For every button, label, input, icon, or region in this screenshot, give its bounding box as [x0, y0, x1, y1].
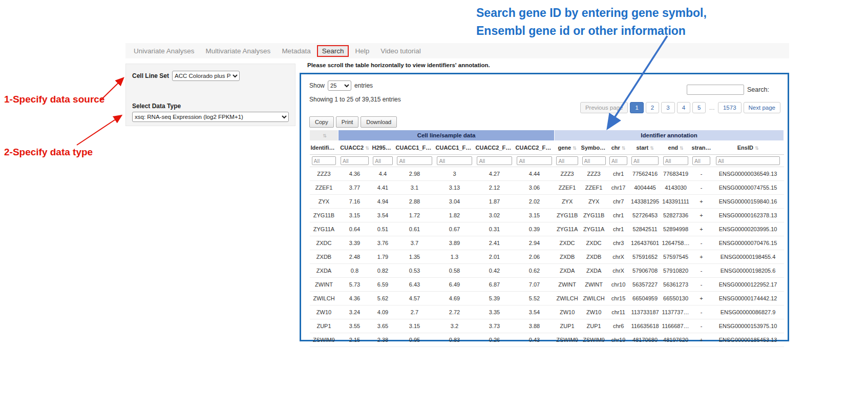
table-cell: 0.43	[515, 333, 555, 347]
table-cell: 0.53	[395, 264, 435, 278]
table-cell: +	[691, 195, 712, 209]
filter-cell	[371, 155, 395, 167]
table-cell: 4.41	[371, 181, 395, 195]
column-header-cuacc1_f1[interactable]: CUACC1_F1⇅	[395, 141, 435, 155]
column-header-symbol[interactable]: Symbol⇅	[580, 141, 608, 155]
filter-input-identifier[interactable]	[312, 156, 336, 165]
sort-icon[interactable]: ⇅	[755, 146, 759, 151]
table-cell: ZXDC	[310, 236, 338, 250]
column-header-gene[interactable]: gene⇅	[555, 141, 580, 155]
table-row[interactable]: ZYG11A0.640.510.610.670.310.39ZYG11AZYG1…	[310, 222, 784, 236]
page-button-5[interactable]: 5	[692, 102, 706, 113]
column-header-start[interactable]: start⇅	[629, 141, 661, 155]
column-header-cuacc2_f2[interactable]: CUACC2_F2⇅	[515, 141, 555, 155]
column-header-chr[interactable]: chr⇅	[608, 141, 629, 155]
table-cell: 2.94	[515, 236, 555, 250]
sort-icon[interactable]: ⇅	[336, 146, 338, 151]
column-header-strand[interactable]: strand⇅	[691, 141, 712, 155]
column-header-cuacc2[interactable]: CUACC2⇅	[338, 141, 371, 155]
sort-icon[interactable]: ⇅	[365, 146, 369, 151]
filter-input-cuacc1_f1[interactable]	[397, 156, 432, 165]
search-input[interactable]	[687, 85, 744, 95]
filter-input-end[interactable]	[663, 156, 689, 165]
filter-input-chr[interactable]	[609, 156, 627, 165]
table-cell: 77562416	[629, 167, 661, 181]
filter-input-h295r[interactable]	[373, 156, 393, 165]
filter-cell	[661, 155, 691, 167]
print-button[interactable]: Print	[336, 116, 359, 128]
column-header-cuacc1_f2[interactable]: CUACC1_F2⇅	[435, 141, 475, 155]
table-cell: ZXDC	[555, 236, 580, 250]
data-type-select[interactable]: xsq: RNA-seq Expression (log2 FPKM+1)	[132, 112, 289, 122]
table-cell: 5.39	[475, 292, 515, 306]
filter-cell	[691, 155, 712, 167]
table-cell: 0.26	[475, 333, 515, 347]
nav-search[interactable]: Search	[317, 45, 349, 57]
filter-input-strand[interactable]	[692, 156, 710, 165]
sort-icon[interactable]: ⇅	[680, 146, 684, 151]
group-header-empty: ⇅	[310, 130, 338, 141]
filter-input-cuacc1_f2[interactable]	[437, 156, 472, 165]
pagination: Previous page 1 2 3 4 5 … 1573 Next page	[580, 102, 780, 113]
column-header-end[interactable]: end⇅	[661, 141, 691, 155]
nav-univariate-analyses[interactable]: Univariate Analyses	[129, 45, 200, 57]
filter-input-gene[interactable]	[556, 156, 578, 165]
column-label: CUACC1_F1	[396, 145, 432, 151]
table-row[interactable]: ZWINT5.736.596.436.496.877.07ZWINTZWINTc…	[310, 278, 784, 292]
navbar: Univariate Analyses Multivariate Analyse…	[125, 43, 789, 58]
table-cell: ENSG00000198205.6	[712, 264, 784, 278]
table-row[interactable]: ZXDB2.481.791.351.32.012.06ZXDBZXDBchrX5…	[310, 250, 784, 264]
page-button-1[interactable]: 1	[630, 102, 643, 113]
table-row[interactable]: ZXDC3.393.763.73.892.412.94ZXDCZXDCchr31…	[310, 236, 784, 250]
sort-icon[interactable]: ⇅	[622, 146, 626, 151]
table-cell: 52726453	[629, 209, 661, 222]
filter-input-ensid[interactable]	[716, 156, 780, 165]
nav-help[interactable]: Help	[350, 45, 374, 57]
table-cell: chr1	[608, 209, 629, 222]
table-row[interactable]: ZYG11B3.153.541.721.823.023.15ZYG11BZYG1…	[310, 209, 784, 222]
page-button-4[interactable]: 4	[677, 102, 690, 113]
next-page-button[interactable]: Next page	[744, 102, 780, 113]
table-body: ZZZ34.364.42.9834.274.44ZZZ3ZZZ3chr17756…	[310, 167, 784, 347]
cell-line-set-select[interactable]: ACC Colorado plus PDX	[172, 71, 240, 81]
results-box: Show 25 entries Showing 1 to 25 of 39,31…	[300, 73, 789, 341]
filter-cell	[475, 155, 515, 167]
table-row[interactable]: ZZEF13.774.413.13.132.123.06ZZEF1ZZEF1ch…	[310, 181, 784, 195]
page-button-1573[interactable]: 1573	[718, 102, 742, 113]
table-cell: 2.02	[515, 195, 555, 209]
filter-input-cuacc2_f2[interactable]	[517, 156, 552, 165]
copy-button[interactable]: Copy	[309, 116, 334, 128]
table-row[interactable]: ZW103.244.092.72.723.353.54ZW10ZW10chr11…	[310, 306, 784, 319]
column-header-h295r[interactable]: H295R⇅	[371, 141, 395, 155]
table-row[interactable]: ZZZ34.364.42.9834.274.44ZZZ3ZZZ3chr17756…	[310, 167, 784, 181]
nav-metadata[interactable]: Metadata	[277, 45, 315, 57]
table-row[interactable]: ZSWIM92.152.380.950.830.260.43ZSWIM9ZSWI…	[310, 333, 784, 347]
download-button[interactable]: Download	[361, 116, 397, 128]
page-length-select[interactable]: 25	[328, 80, 351, 91]
sort-icon[interactable]: ⇅	[573, 146, 577, 151]
nav-video-tutorial[interactable]: Video tutorial	[375, 45, 426, 57]
table-cell: 57591652	[629, 250, 661, 264]
filter-input-start[interactable]	[631, 156, 659, 165]
page-button-2[interactable]: 2	[646, 102, 659, 113]
filter-input-cuacc2[interactable]	[341, 156, 369, 165]
column-header-ensid[interactable]: EnsID⇅	[712, 141, 784, 155]
table-cell: 52894998	[661, 222, 691, 236]
table-row[interactable]: ZUP13.553.653.153.23.733.88ZUP1ZUP1chr61…	[310, 319, 784, 333]
sort-icon[interactable]: ⇅	[650, 146, 654, 151]
filter-input-symbol[interactable]	[582, 156, 606, 165]
column-header-cuacc2_f1[interactable]: CUACC2_F1⇅	[475, 141, 515, 155]
filter-input-cuacc2_f1[interactable]	[477, 156, 512, 165]
sort-icon[interactable]: ⇅	[323, 133, 327, 138]
sort-icon[interactable]: ⇅	[391, 146, 395, 151]
table-row[interactable]: ZYX7.164.942.883.041.872.02ZYXZYXchr7143…	[310, 195, 784, 209]
column-header-identifier[interactable]: Identifier⇅	[310, 141, 338, 155]
table-cell: 48197620	[661, 333, 691, 347]
page-button-3[interactable]: 3	[661, 102, 674, 113]
nav-multivariate-analyses[interactable]: Multivariate Analyses	[201, 45, 276, 57]
table-cell: 2.01	[475, 250, 515, 264]
previous-page-button[interactable]: Previous page	[580, 102, 628, 113]
table-cell: 52827336	[661, 209, 691, 222]
table-row[interactable]: ZXDA0.80.820.530.580.420.62ZXDAZXDAchrX5…	[310, 264, 784, 278]
table-row[interactable]: ZWILCH4.365.624.574.695.395.52ZWILCHZWIL…	[310, 292, 784, 306]
